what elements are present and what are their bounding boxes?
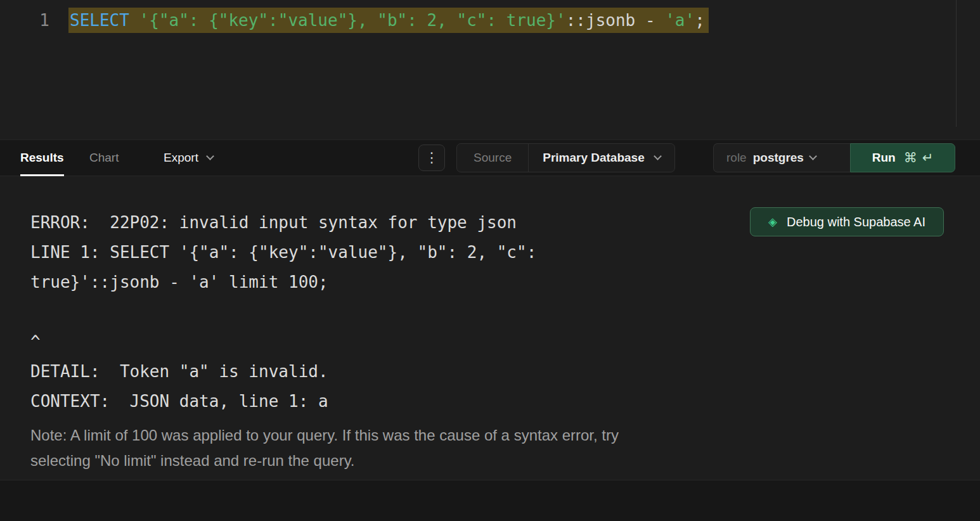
kebab-icon: ⋮ <box>425 150 439 166</box>
sql-token-string2: 'a' <box>665 11 695 30</box>
export-label: Export <box>164 151 198 165</box>
tab-results-label: Results <box>20 151 64 165</box>
run-label: Run <box>872 151 896 165</box>
tab-chart-label: Chart <box>89 151 119 165</box>
role-select[interactable]: role postgres <box>713 143 850 172</box>
sql-code[interactable]: SELECT '{"a": {"key":"value"}, "b": 2, "… <box>68 8 709 33</box>
error-line: DETAIL: Token "a" is invalid. <box>30 357 980 387</box>
database-value: Primary Database <box>543 151 645 165</box>
sql-token-cast: ::jsonb <box>566 11 645 30</box>
editor-line[interactable]: 1 SELECT '{"a": {"key":"value"}, "b": 2,… <box>0 0 980 33</box>
export-menu[interactable]: Export <box>164 140 213 176</box>
run-button[interactable]: Run ⌘↵ <box>850 143 955 172</box>
source-selector-group: Source Primary Database <box>456 143 675 172</box>
tab-results[interactable]: Results <box>20 140 64 176</box>
chevron-down-icon <box>809 152 817 160</box>
chevron-down-icon <box>206 152 214 160</box>
sql-token-string: '{"a": {"key":"value"}, "b": 2, "c": tru… <box>139 11 566 30</box>
supabase-ai-icon: ◈ <box>768 215 777 229</box>
role-value: postgres <box>753 151 804 165</box>
command-key-icon: ⌘ <box>904 150 917 165</box>
sql-editor[interactable]: 1 SELECT '{"a": {"key":"value"}, "b": 2,… <box>0 0 980 139</box>
error-line: true}'::jsonb - 'a' limit 100; <box>30 267 980 297</box>
sql-token-operator: - <box>645 11 665 30</box>
role-label: role <box>726 151 747 165</box>
error-line <box>30 297 980 327</box>
source-label: Source <box>457 144 529 172</box>
results-panel: ERROR: 22P02: invalid input syntax for t… <box>0 176 980 480</box>
debug-with-ai-button[interactable]: ◈ Debug with Supabase AI <box>750 207 944 236</box>
error-line: ^ <box>30 327 980 357</box>
editor-scrollbar[interactable] <box>956 0 957 127</box>
tab-chart[interactable]: Chart <box>89 140 119 176</box>
results-toolbar: Results Chart Export ⋮ Source Primary Da… <box>0 139 980 176</box>
error-line: CONTEXT: JSON data, line 1: a <box>30 387 980 416</box>
more-options-button[interactable]: ⋮ <box>418 145 445 171</box>
database-select[interactable]: Primary Database <box>529 144 674 172</box>
enter-key-icon: ↵ <box>922 150 934 165</box>
bottom-bar <box>0 480 980 521</box>
limit-note: Note: A limit of 100 was applied to your… <box>30 423 671 473</box>
role-run-group: role postgres Run ⌘↵ <box>713 143 955 172</box>
debug-button-label: Debug with Supabase AI <box>787 215 925 229</box>
run-shortcut: ⌘↵ <box>904 150 934 165</box>
sql-token-keyword: SELECT <box>70 11 139 30</box>
error-line: LINE 1: SELECT '{"a": {"key":"value"}, "… <box>30 238 980 267</box>
sql-token-semicolon: ; <box>695 11 705 30</box>
line-number: 1 <box>0 8 57 33</box>
chevron-down-icon <box>654 152 662 160</box>
